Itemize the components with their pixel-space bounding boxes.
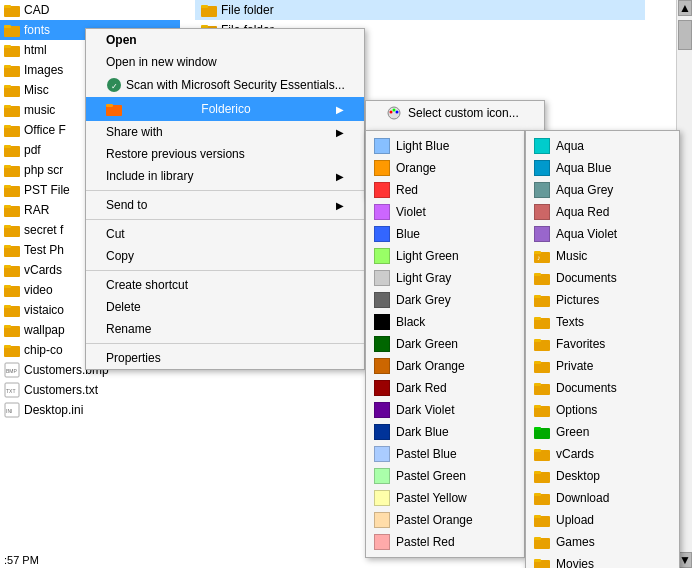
category-options[interactable]: Options bbox=[526, 399, 679, 421]
svg-rect-19 bbox=[4, 185, 11, 188]
item-label: secret f bbox=[24, 223, 63, 237]
category-private[interactable]: Private bbox=[526, 355, 679, 377]
scroll-up-button[interactable]: ▲ bbox=[678, 0, 692, 16]
item-label: Misc bbox=[24, 83, 49, 97]
color-swatch bbox=[374, 138, 390, 154]
menu-item-create-shortcut[interactable]: Create shortcut bbox=[86, 274, 364, 296]
color-aqua-violet[interactable]: Aqua Violet bbox=[526, 223, 679, 245]
color-pastel-yellow[interactable]: Pastel Yellow bbox=[366, 487, 524, 509]
category-upload[interactable]: Upload bbox=[526, 509, 679, 531]
folderico-select-icon[interactable]: Select custom icon... bbox=[366, 101, 544, 125]
color-aqua[interactable]: Aqua bbox=[526, 135, 679, 157]
color-light-green[interactable]: Light Green bbox=[366, 245, 524, 267]
svg-text:♪: ♪ bbox=[537, 254, 541, 261]
color-red[interactable]: Red bbox=[366, 179, 524, 201]
category-documents-2[interactable]: Documents bbox=[526, 377, 679, 399]
scroll-thumb[interactable] bbox=[678, 20, 692, 50]
color-dark-green[interactable]: Dark Green bbox=[366, 333, 524, 355]
svg-rect-45 bbox=[106, 104, 113, 107]
svg-rect-15 bbox=[4, 145, 11, 148]
color-orange[interactable]: Orange bbox=[366, 157, 524, 179]
color-violet[interactable]: Violet bbox=[366, 201, 524, 223]
category-documents[interactable]: Documents bbox=[526, 267, 679, 289]
menu-item-scan[interactable]: ✓ Scan with Microsoft Security Essential… bbox=[86, 73, 364, 97]
menu-item-restore[interactable]: Restore previous versions bbox=[86, 143, 364, 165]
submenu-arrow: ▶ bbox=[336, 200, 344, 211]
color-dark-blue[interactable]: Dark Blue bbox=[366, 421, 524, 443]
svg-rect-5 bbox=[4, 45, 11, 48]
folder-icon bbox=[4, 142, 20, 158]
item-label: Test Ph bbox=[24, 243, 64, 257]
color-pastel-red[interactable]: Pastel Red bbox=[366, 531, 524, 553]
separator bbox=[86, 343, 364, 344]
folder-icon bbox=[4, 22, 20, 38]
category-games[interactable]: Games bbox=[526, 531, 679, 553]
svg-rect-27 bbox=[4, 265, 11, 268]
item-label: vistaico bbox=[24, 303, 64, 317]
svg-rect-9 bbox=[4, 85, 11, 88]
color-light-gray[interactable]: Light Gray bbox=[366, 267, 524, 289]
category-texts[interactable]: Texts bbox=[526, 311, 679, 333]
category-favorites[interactable]: Favorites bbox=[526, 333, 679, 355]
svg-rect-66 bbox=[534, 339, 541, 342]
svg-rect-76 bbox=[534, 449, 541, 452]
category-desktop[interactable]: Desktop bbox=[526, 465, 679, 487]
color-dark-red[interactable]: Dark Red bbox=[366, 377, 524, 399]
file-folder-item-selected[interactable]: File folder bbox=[195, 0, 645, 20]
color-swatch bbox=[374, 160, 390, 176]
folderico-icon bbox=[106, 101, 122, 117]
color-swatch bbox=[374, 336, 390, 352]
list-item[interactable]: TXT Customers.txt bbox=[0, 380, 180, 400]
category-download[interactable]: Download bbox=[526, 487, 679, 509]
category-movies[interactable]: Movies bbox=[526, 553, 679, 568]
color-blue[interactable]: Blue bbox=[366, 223, 524, 245]
color-pastel-green[interactable]: Pastel Green bbox=[366, 465, 524, 487]
item-label: html bbox=[24, 43, 47, 57]
svg-point-49 bbox=[396, 111, 399, 114]
menu-item-folderico[interactable]: Folderico ▶ bbox=[86, 97, 364, 121]
menu-item-open-new-window[interactable]: Open in new window bbox=[86, 51, 364, 73]
color-aqua-blue[interactable]: Aqua Blue bbox=[526, 157, 679, 179]
menu-item-rename[interactable]: Rename bbox=[86, 318, 364, 340]
item-label: music bbox=[24, 103, 55, 117]
category-green-folder[interactable]: Green bbox=[526, 421, 679, 443]
list-item[interactable]: INI Desktop.ini bbox=[0, 400, 180, 420]
item-label: Customers.txt bbox=[24, 383, 98, 397]
folder-documents-icon bbox=[534, 270, 550, 286]
color-swatch bbox=[374, 248, 390, 264]
submenu-arrow: ▶ bbox=[336, 171, 344, 182]
category-vcards[interactable]: vCards bbox=[526, 443, 679, 465]
menu-item-copy[interactable]: Copy bbox=[86, 245, 364, 267]
color-pastel-orange[interactable]: Pastel Orange bbox=[366, 509, 524, 531]
menu-item-cut[interactable]: Cut bbox=[86, 223, 364, 245]
svg-rect-23 bbox=[4, 225, 11, 228]
color-aqua-grey[interactable]: Aqua Grey bbox=[526, 179, 679, 201]
list-item[interactable]: CAD bbox=[0, 0, 180, 20]
folder-green-icon bbox=[534, 424, 550, 440]
menu-item-delete[interactable]: Delete bbox=[86, 296, 364, 318]
palette-icon bbox=[386, 105, 402, 121]
file-folder-label: File folder bbox=[221, 3, 274, 17]
category-pictures[interactable]: Pictures bbox=[526, 289, 679, 311]
svg-rect-3 bbox=[4, 25, 11, 28]
menu-item-open[interactable]: Open bbox=[86, 29, 364, 51]
submenu-arrow: ▶ bbox=[336, 104, 344, 115]
menu-item-properties[interactable]: Properties bbox=[86, 347, 364, 369]
color-pastel-blue[interactable]: Pastel Blue bbox=[366, 443, 524, 465]
menu-item-share-with[interactable]: Share with ▶ bbox=[86, 121, 364, 143]
menu-item-send-to[interactable]: Send to ▶ bbox=[86, 194, 364, 216]
folder-icon bbox=[4, 62, 20, 78]
color-aqua-red[interactable]: Aqua Red bbox=[526, 201, 679, 223]
folder-icon bbox=[4, 342, 20, 358]
category-music[interactable]: ♪ Music bbox=[526, 245, 679, 267]
menu-item-include-lib[interactable]: Include in library ▶ bbox=[86, 165, 364, 187]
color-black[interactable]: Black bbox=[366, 311, 524, 333]
folder-private-icon bbox=[534, 358, 550, 374]
folder-music-icon: ♪ bbox=[534, 248, 550, 264]
svg-rect-11 bbox=[4, 105, 11, 108]
scroll-down-button[interactable]: ▼ bbox=[678, 552, 692, 568]
color-dark-orange[interactable]: Dark Orange bbox=[366, 355, 524, 377]
color-light-blue[interactable]: Light Blue bbox=[366, 135, 524, 157]
color-dark-grey[interactable]: Dark Grey bbox=[366, 289, 524, 311]
color-dark-violet[interactable]: Dark Violet bbox=[366, 399, 524, 421]
